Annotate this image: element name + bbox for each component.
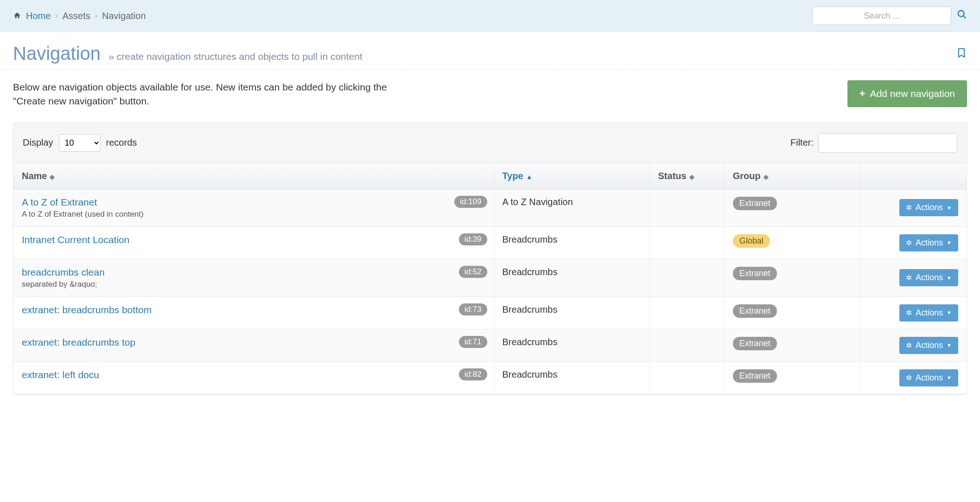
name-cell: A to Z of ExtranetA to Z of Extranet (us…	[13, 189, 494, 226]
table-row: A to Z of ExtranetA to Z of Extranet (us…	[13, 189, 967, 226]
item-name-link[interactable]: extranet: left docu	[22, 369, 99, 380]
col-header-status[interactable]: Status◆	[649, 163, 724, 189]
status-cell	[649, 361, 724, 394]
id-badge: id:52	[459, 266, 487, 278]
actions-cell: ✲Actions▼	[860, 296, 967, 329]
chevron-right-icon: ›	[95, 12, 97, 20]
intro-text: Below are navigation objects available f…	[13, 80, 402, 109]
page-subtitle: create navigation structures and objects…	[108, 51, 363, 62]
table-panel: Display 10 records Filter: Name◆ Type▲ S…	[13, 122, 967, 395]
caret-down-icon: ▼	[947, 240, 952, 245]
item-description: separated by &raquo;	[22, 280, 485, 289]
search-icon[interactable]	[957, 9, 967, 22]
actions-label: Actions	[916, 238, 943, 248]
actions-label: Actions	[916, 341, 943, 350]
actions-label: Actions	[916, 273, 943, 283]
item-name-link[interactable]: breadcrumbs clean	[22, 267, 105, 277]
table-row: Intranet Current Locationid:39Breadcrumb…	[13, 226, 967, 259]
group-badge: Extranet	[733, 304, 777, 318]
type-cell: Breadcrumbs	[494, 329, 649, 361]
col-header-name[interactable]: Name◆	[13, 163, 494, 189]
id-badge: id:73	[459, 303, 487, 315]
caret-down-icon: ▼	[947, 275, 952, 281]
caret-down-icon: ▼	[947, 342, 952, 348]
item-name-link[interactable]: A to Z of Extranet	[22, 197, 97, 207]
group-badge: Extranet	[733, 267, 777, 280]
actions-button[interactable]: ✲Actions▼	[899, 304, 958, 322]
add-button-label: Add new navigation	[870, 88, 955, 99]
id-badge: id:39	[459, 233, 487, 245]
actions-button[interactable]: ✲Actions▼	[899, 269, 958, 286]
svg-line-1	[963, 16, 966, 19]
table-row: extranet: breadcrumbs topid:71Breadcrumb…	[13, 329, 967, 361]
col-header-group[interactable]: Group◆	[724, 163, 860, 189]
status-cell	[649, 259, 724, 296]
type-cell: Breadcrumbs	[494, 259, 649, 296]
actions-button[interactable]: ✲Actions▼	[899, 234, 958, 251]
group-cell: Extranet	[724, 296, 860, 329]
gear-icon: ✲	[906, 309, 912, 317]
actions-button[interactable]: ✲Actions▼	[899, 337, 958, 354]
type-cell: Breadcrumbs	[494, 361, 649, 394]
records-label: records	[106, 137, 137, 148]
status-cell	[649, 329, 724, 361]
name-cell: extranet: breadcrumbs topid:71	[13, 329, 494, 361]
breadcrumb-bar: Home › Assets › Navigation	[0, 0, 980, 32]
table-controls: Display 10 records Filter:	[13, 123, 967, 163]
item-name-link[interactable]: extranet: breadcrumbs bottom	[22, 304, 152, 315]
caret-down-icon: ▼	[947, 310, 952, 315]
search-input[interactable]	[812, 6, 951, 25]
gear-icon: ✲	[906, 238, 912, 247]
page-title: Navigation	[13, 43, 101, 64]
group-badge: Global	[733, 234, 770, 248]
navigation-table: Name◆ Type▲ Status◆ Group◆ A to Z of Ext…	[13, 163, 967, 394]
group-cell: Extranet	[724, 361, 860, 394]
sort-asc-icon: ▲	[526, 173, 533, 180]
item-description: A to Z of Extranet (used in content)	[22, 210, 485, 219]
actions-cell: ✲Actions▼	[860, 226, 967, 259]
filter-wrap: Filter:	[790, 133, 957, 153]
actions-label: Actions	[916, 373, 943, 383]
id-badge: id:82	[459, 368, 487, 380]
actions-button[interactable]: ✲Actions▼	[899, 199, 958, 216]
home-icon	[13, 11, 21, 21]
name-cell: extranet: left docuid:82	[13, 361, 494, 394]
caret-down-icon: ▼	[947, 375, 952, 380]
col-header-type[interactable]: Type▲	[494, 163, 649, 189]
group-cell: Extranet	[724, 259, 860, 296]
col-header-actions	[860, 163, 967, 189]
actions-cell: ✲Actions▼	[860, 329, 967, 361]
svg-point-0	[958, 11, 964, 17]
actions-button[interactable]: ✲Actions▼	[899, 369, 958, 386]
name-cell: Intranet Current Locationid:39	[13, 226, 494, 259]
type-cell: Breadcrumbs	[494, 226, 649, 259]
type-cell: Breadcrumbs	[494, 296, 649, 329]
status-cell	[649, 189, 724, 226]
page-header: Navigation create navigation structures …	[0, 32, 980, 70]
actions-cell: ✲Actions▼	[860, 259, 967, 296]
gear-icon: ✲	[906, 373, 912, 382]
item-name-link[interactable]: extranet: breadcrumbs top	[22, 337, 135, 348]
gear-icon: ✲	[906, 203, 912, 212]
display-count-select[interactable]: 10	[59, 134, 101, 152]
actions-label: Actions	[916, 203, 943, 212]
actions-label: Actions	[916, 308, 943, 318]
caret-down-icon: ▼	[947, 205, 952, 211]
bookmark-icon[interactable]	[956, 46, 967, 63]
breadcrumb-assets[interactable]: Assets	[63, 11, 90, 21]
name-cell: extranet: breadcrumbs bottomid:73	[13, 296, 494, 329]
table-row: extranet: left docuid:82BreadcrumbsExtra…	[13, 361, 967, 394]
sort-icon: ◆	[764, 173, 769, 180]
breadcrumb: Home › Assets › Navigation	[13, 11, 146, 21]
display-records: Display 10 records	[23, 134, 137, 152]
breadcrumb-home[interactable]: Home	[26, 11, 51, 21]
filter-input[interactable]	[818, 133, 957, 153]
name-cell: breadcrumbs cleanseparated by &raquo;id:…	[13, 259, 494, 296]
gear-icon: ✲	[906, 273, 912, 282]
item-name-link[interactable]: Intranet Current Location	[22, 234, 129, 245]
table-row: breadcrumbs cleanseparated by &raquo;id:…	[13, 259, 967, 296]
group-badge: Extranet	[733, 197, 777, 210]
add-navigation-button[interactable]: + Add new navigation	[847, 80, 967, 107]
intro-row: Below are navigation objects available f…	[0, 70, 980, 122]
id-badge: id:71	[459, 336, 487, 348]
